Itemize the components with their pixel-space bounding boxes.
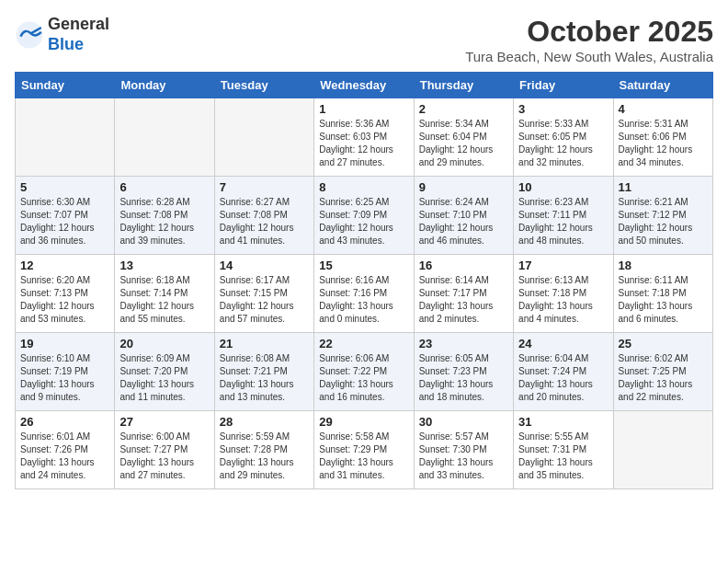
- day-number: 8: [319, 180, 408, 194]
- day-cell: 30 Sunrise: 5:57 AM Sunset: 7:30 PM Dayl…: [414, 411, 513, 489]
- day-cell: [16, 98, 115, 177]
- cell-info: Sunrise: 6:01 AM Sunset: 7:26 PM Dayligh…: [20, 431, 109, 482]
- logo-blue-text: Blue: [48, 35, 84, 53]
- cell-info: Sunrise: 6:20 AM Sunset: 7:13 PM Dayligh…: [20, 274, 109, 326]
- cell-info: Sunrise: 6:23 AM Sunset: 7:11 PM Dayligh…: [518, 196, 608, 247]
- day-number: 15: [319, 259, 408, 272]
- day-number: 20: [119, 337, 209, 350]
- day-number: 2: [419, 102, 508, 116]
- day-number: 14: [220, 259, 309, 272]
- cell-info: Sunrise: 5:59 AM Sunset: 7:28 PM Dayligh…: [220, 431, 309, 482]
- cell-info: Sunrise: 6:13 AM Sunset: 7:18 PM Dayligh…: [518, 274, 608, 326]
- day-number: 3: [518, 102, 608, 116]
- logo-icon: [15, 20, 44, 50]
- week-row-4: 19 Sunrise: 6:10 AM Sunset: 7:19 PM Dayl…: [16, 333, 713, 411]
- week-row-2: 5 Sunrise: 6:30 AM Sunset: 7:07 PM Dayli…: [16, 177, 713, 255]
- cell-info: Sunrise: 6:16 AM Sunset: 7:16 PM Dayligh…: [319, 274, 408, 326]
- day-cell: 3 Sunrise: 5:33 AM Sunset: 6:05 PM Dayli…: [514, 98, 613, 177]
- day-number: 24: [518, 337, 608, 350]
- col-header-monday: Monday: [115, 73, 214, 98]
- day-cell: 26 Sunrise: 6:01 AM Sunset: 7:26 PM Dayl…: [16, 411, 115, 489]
- day-number: 1: [319, 102, 408, 116]
- day-cell: 20 Sunrise: 6:09 AM Sunset: 7:20 PM Dayl…: [115, 333, 214, 411]
- cell-info: Sunrise: 6:25 AM Sunset: 7:09 PM Dayligh…: [319, 196, 408, 247]
- cell-info: Sunrise: 5:34 AM Sunset: 6:04 PM Dayligh…: [419, 118, 508, 169]
- day-cell: 16 Sunrise: 6:14 AM Sunset: 7:17 PM Dayl…: [414, 255, 513, 333]
- title-area: October 2025 Tura Beach, New South Wales…: [465, 15, 713, 64]
- day-number: 17: [518, 259, 608, 272]
- day-cell: 19 Sunrise: 6:10 AM Sunset: 7:19 PM Dayl…: [16, 333, 115, 411]
- cell-info: Sunrise: 6:11 AM Sunset: 7:18 PM Dayligh…: [619, 274, 708, 326]
- day-cell: 29 Sunrise: 5:58 AM Sunset: 7:29 PM Dayl…: [314, 411, 414, 489]
- cell-info: Sunrise: 5:58 AM Sunset: 7:29 PM Dayligh…: [319, 431, 408, 482]
- cell-info: Sunrise: 6:04 AM Sunset: 7:24 PM Dayligh…: [518, 352, 608, 404]
- cell-info: Sunrise: 6:30 AM Sunset: 7:07 PM Dayligh…: [20, 196, 109, 247]
- cell-info: Sunrise: 6:10 AM Sunset: 7:19 PM Dayligh…: [20, 352, 109, 404]
- header-row: SundayMondayTuesdayWednesdayThursdayFrid…: [16, 73, 713, 98]
- month-title: October 2025: [465, 15, 713, 49]
- day-number: 22: [319, 337, 408, 350]
- day-number: 6: [119, 180, 209, 194]
- cell-info: Sunrise: 5:36 AM Sunset: 6:03 PM Dayligh…: [319, 118, 408, 169]
- day-number: 27: [119, 415, 209, 429]
- calendar-table: SundayMondayTuesdayWednesdayThursdayFrid…: [15, 72, 713, 489]
- day-cell: 23 Sunrise: 6:05 AM Sunset: 7:23 PM Dayl…: [414, 333, 513, 411]
- cell-info: Sunrise: 6:02 AM Sunset: 7:25 PM Dayligh…: [619, 352, 708, 404]
- col-header-tuesday: Tuesday: [214, 73, 313, 98]
- col-header-sunday: Sunday: [16, 73, 115, 98]
- logo: General Blue: [15, 15, 109, 54]
- day-number: 26: [20, 415, 109, 429]
- day-number: 13: [119, 259, 209, 272]
- cell-info: Sunrise: 6:18 AM Sunset: 7:14 PM Dayligh…: [119, 274, 209, 326]
- day-cell: [613, 411, 712, 489]
- cell-info: Sunrise: 6:27 AM Sunset: 7:08 PM Dayligh…: [220, 196, 309, 247]
- day-cell: 9 Sunrise: 6:24 AM Sunset: 7:10 PM Dayli…: [414, 177, 513, 255]
- day-cell: 1 Sunrise: 5:36 AM Sunset: 6:03 PM Dayli…: [314, 98, 414, 177]
- day-number: 30: [419, 415, 508, 429]
- day-cell: 28 Sunrise: 5:59 AM Sunset: 7:28 PM Dayl…: [214, 411, 313, 489]
- day-cell: 4 Sunrise: 5:31 AM Sunset: 6:06 PM Dayli…: [613, 98, 712, 177]
- day-cell: 10 Sunrise: 6:23 AM Sunset: 7:11 PM Dayl…: [514, 177, 613, 255]
- day-cell: 5 Sunrise: 6:30 AM Sunset: 7:07 PM Dayli…: [16, 177, 115, 255]
- day-cell: 11 Sunrise: 6:21 AM Sunset: 7:12 PM Dayl…: [613, 177, 712, 255]
- week-row-1: 1 Sunrise: 5:36 AM Sunset: 6:03 PM Dayli…: [16, 98, 713, 177]
- cell-info: Sunrise: 6:09 AM Sunset: 7:20 PM Dayligh…: [119, 352, 209, 404]
- day-cell: [115, 98, 214, 177]
- day-cell: 22 Sunrise: 6:06 AM Sunset: 7:22 PM Dayl…: [314, 333, 414, 411]
- cell-info: Sunrise: 6:06 AM Sunset: 7:22 PM Dayligh…: [319, 352, 408, 404]
- cell-info: Sunrise: 6:24 AM Sunset: 7:10 PM Dayligh…: [419, 196, 508, 247]
- week-row-3: 12 Sunrise: 6:20 AM Sunset: 7:13 PM Dayl…: [16, 255, 713, 333]
- cell-info: Sunrise: 5:57 AM Sunset: 7:30 PM Dayligh…: [419, 431, 508, 482]
- day-cell: 25 Sunrise: 6:02 AM Sunset: 7:25 PM Dayl…: [613, 333, 712, 411]
- page-header: General Blue October 2025 Tura Beach, Ne…: [15, 15, 713, 64]
- day-number: 25: [619, 337, 708, 350]
- day-cell: [214, 98, 313, 177]
- cell-info: Sunrise: 6:28 AM Sunset: 7:08 PM Dayligh…: [119, 196, 209, 247]
- day-number: 21: [220, 337, 309, 350]
- day-cell: 13 Sunrise: 6:18 AM Sunset: 7:14 PM Dayl…: [115, 255, 214, 333]
- day-cell: 6 Sunrise: 6:28 AM Sunset: 7:08 PM Dayli…: [115, 177, 214, 255]
- day-cell: 18 Sunrise: 6:11 AM Sunset: 7:18 PM Dayl…: [613, 255, 712, 333]
- day-number: 23: [419, 337, 508, 350]
- cell-info: Sunrise: 6:14 AM Sunset: 7:17 PM Dayligh…: [419, 274, 508, 326]
- cell-info: Sunrise: 6:17 AM Sunset: 7:15 PM Dayligh…: [220, 274, 309, 326]
- location: Tura Beach, New South Wales, Australia: [465, 49, 713, 64]
- day-number: 19: [20, 337, 109, 350]
- day-number: 5: [20, 180, 109, 194]
- day-number: 18: [619, 259, 708, 272]
- day-cell: 27 Sunrise: 6:00 AM Sunset: 7:27 PM Dayl…: [115, 411, 214, 489]
- day-number: 7: [220, 180, 309, 194]
- day-number: 10: [518, 180, 608, 194]
- day-number: 31: [518, 415, 608, 429]
- day-number: 9: [419, 180, 508, 194]
- day-cell: 24 Sunrise: 6:04 AM Sunset: 7:24 PM Dayl…: [514, 333, 613, 411]
- cell-info: Sunrise: 5:31 AM Sunset: 6:06 PM Dayligh…: [619, 118, 708, 169]
- week-row-5: 26 Sunrise: 6:01 AM Sunset: 7:26 PM Dayl…: [16, 411, 713, 489]
- day-cell: 8 Sunrise: 6:25 AM Sunset: 7:09 PM Dayli…: [314, 177, 414, 255]
- day-cell: 12 Sunrise: 6:20 AM Sunset: 7:13 PM Dayl…: [16, 255, 115, 333]
- cell-info: Sunrise: 6:21 AM Sunset: 7:12 PM Dayligh…: [619, 196, 708, 247]
- day-number: 29: [319, 415, 408, 429]
- cell-info: Sunrise: 6:08 AM Sunset: 7:21 PM Dayligh…: [220, 352, 309, 404]
- day-cell: 2 Sunrise: 5:34 AM Sunset: 6:04 PM Dayli…: [414, 98, 513, 177]
- col-header-wednesday: Wednesday: [314, 73, 414, 98]
